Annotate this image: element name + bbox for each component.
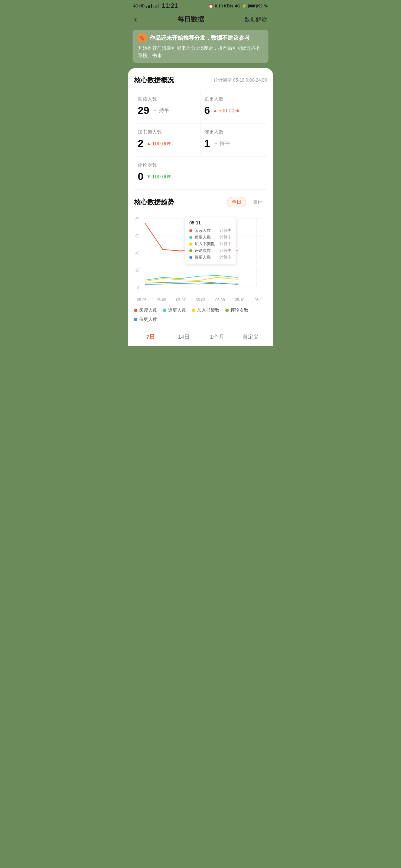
tooltip-dot-urge [189, 256, 192, 259]
stat-followers: 追更人数 6 ▲500.00% [200, 91, 267, 124]
stat-readers: 阅读人数 29 － 持平 [134, 91, 200, 124]
speed-value: 0.10 KB/s [215, 4, 234, 8]
svg-text:40: 40 [136, 251, 140, 255]
toggle-cumulative[interactable]: 累计 [248, 197, 267, 207]
signal-bars [146, 4, 152, 8]
legend-dot-readers [134, 309, 137, 312]
notice-description: 开始推荐前流量可能来自分类&搜索，推荐后可能出现在推荐榜、书末 [138, 45, 263, 59]
trend-toggle: 单日 累计 [227, 197, 267, 207]
stat-followers-value-row: 6 ▲500.00% [204, 105, 263, 116]
stat-urge-change: － 持平 [213, 140, 230, 147]
chart-legend: 阅读人数 追更人数 加入书架数 评论次数 催更人数 [134, 307, 267, 328]
trend-section: 核心数据趋势 单日 累计 80 60 40 20 0 [134, 190, 267, 328]
tooltip-val-bookshelf: 计算中 [219, 241, 232, 247]
tooltip-label-readers: 阅读人数 [195, 228, 217, 233]
stat-readers-number: 29 [138, 105, 149, 116]
time-tab-7days[interactable]: 7日 [134, 328, 167, 346]
stat-readers-value-row: 29 － 持平 [138, 105, 196, 116]
back-button[interactable]: ‹ [134, 14, 137, 24]
core-data-title: 核心数据概况 [134, 76, 174, 85]
legend-comments: 评论次数 [225, 307, 248, 313]
stat-readers-change: － 持平 [152, 107, 169, 114]
tooltip-val-comments: 计算中 [219, 248, 232, 253]
toggle-single-day[interactable]: 单日 [227, 197, 246, 207]
notice-title-text: 作品还未开始推荐分发，数据不建议参考 [150, 34, 250, 42]
chart-container: 80 60 40 20 0 [134, 213, 267, 295]
trend-header: 核心数据趋势 单日 累计 [134, 197, 267, 207]
network-type: 4G [235, 4, 240, 8]
signal-bars-2 [153, 4, 159, 8]
tooltip-row-bookshelf: 加入书架数 计算中 [189, 241, 232, 247]
stat-readers-label: 阅读人数 [138, 96, 196, 102]
network-label: 4G HD [133, 4, 145, 8]
svg-text:20: 20 [136, 268, 140, 272]
x-label-0511: 05-11 [254, 298, 264, 302]
legend-readers: 阅读人数 [134, 307, 157, 313]
arrow-up-icon: ▲ [213, 108, 218, 113]
notice-title: 🔖 作品还未开始推荐分发，数据不建议参考 [138, 33, 263, 42]
time-tab-14days[interactable]: 14日 [167, 328, 201, 346]
x-label-0509: 05-09 [215, 298, 225, 302]
svg-text:0: 0 [137, 285, 139, 289]
time-tab-1month[interactable]: 1个月 [200, 328, 234, 346]
main-card: 核心数据概况 统计周期 05-10 0:00-24:00 阅读人数 29 － 持… [128, 68, 273, 346]
status-bar: 4G HD 11:21 ⏰ 0.10 KB/s 4G ⚡ 92 % [128, 0, 273, 11]
legend-followers: 追更人数 [163, 307, 186, 313]
stat-followers-change: ▲500.00% [213, 108, 239, 114]
tooltip-dot-followers [189, 236, 192, 239]
bookmark-icon: 🔖 [139, 35, 145, 41]
tooltip-row-comments: 评论次数 计算中 [189, 248, 232, 253]
x-label-0506: 05-06 [157, 298, 166, 302]
core-data-header: 核心数据概况 统计周期 05-10 0:00-24:00 [134, 76, 267, 85]
legend-urge: 催更人数 [134, 316, 157, 323]
legend-label-readers: 阅读人数 [139, 307, 157, 313]
tooltip-val-urge: 计算中 [219, 254, 232, 260]
core-data-period: 统计周期 05-10 0:00-24:00 [214, 77, 267, 83]
speed-label: ⏰ [208, 4, 213, 9]
stat-comments-number: 0 [138, 171, 144, 183]
svg-text:80: 80 [136, 217, 140, 221]
stat-bookshelf-change: ▲100.00% [147, 141, 173, 147]
tooltip-label-urge: 催更人数 [195, 254, 217, 260]
tooltip-row-followers: 追更人数 计算中 [189, 234, 232, 240]
tooltip-val-followers: 计算中 [219, 234, 232, 240]
battery-fill [249, 5, 255, 7]
x-axis-labels: 05-05 05-06 05-07 05-08 05-09 05-10 05-1… [134, 298, 267, 302]
tooltip-label-followers: 追更人数 [195, 234, 217, 240]
notice-banner: 🔖 作品还未开始推荐分发，数据不建议参考 开始推荐前流量可能来自分类&搜索，推荐… [133, 30, 268, 63]
lightning-icon: ⚡ [242, 4, 247, 9]
legend-dot-bookshelf [192, 309, 195, 312]
tooltip-dot-readers [189, 229, 192, 232]
legend-dot-comments [225, 309, 229, 312]
time-tab-custom[interactable]: 自定义 [234, 328, 267, 346]
legend-label-followers: 追更人数 [168, 307, 186, 313]
battery-percent: 92 [258, 4, 263, 8]
legend-label-comments: 评论次数 [231, 307, 248, 313]
stat-urge-number: 1 [204, 138, 210, 149]
stat-comments-label: 评论次数 [138, 162, 263, 168]
svg-text:60: 60 [136, 234, 140, 238]
stat-urge-value-row: 1 － 持平 [204, 138, 263, 149]
page-title: 每日数据 [177, 15, 204, 24]
stat-bookshelf-value-row: 2 ▲100.00% [138, 138, 196, 149]
tooltip-row-readers: 阅读人数 计算中 [189, 228, 232, 233]
stat-comments-value-row: 0 ▼100.00% [138, 171, 263, 183]
legend-label-urge: 催更人数 [139, 316, 157, 323]
trend-title: 核心数据趋势 [134, 198, 174, 207]
x-label-0510: 05-10 [235, 298, 245, 302]
legend-label-bookshelf: 加入书架数 [197, 307, 219, 313]
data-interpret-button[interactable]: 数据解读 [245, 16, 267, 23]
stat-followers-label: 追更人数 [204, 96, 263, 102]
arrow-down-icon: ▼ [147, 174, 151, 179]
x-label-0505: 05-05 [137, 298, 147, 302]
stat-bookshelf-number: 2 [138, 138, 144, 149]
stat-followers-number: 6 [204, 105, 210, 116]
stat-comments-change: ▼100.00% [147, 174, 173, 180]
stat-bookshelf: 加书架人数 2 ▲100.00% [134, 124, 200, 157]
tooltip-label-comments: 评论次数 [195, 248, 217, 253]
tooltip-label-bookshelf: 加入书架数 [195, 241, 217, 247]
status-right: ⏰ 0.10 KB/s 4G ⚡ 92 % [208, 4, 268, 9]
chart-tooltip: 05-11 阅读人数 计算中 追更人数 计算中 加入书架数 计算中 [185, 217, 237, 264]
legend-bookshelf: 加入书架数 [192, 307, 219, 313]
page-header: ‹ 每日数据 数据解读 [128, 11, 273, 30]
